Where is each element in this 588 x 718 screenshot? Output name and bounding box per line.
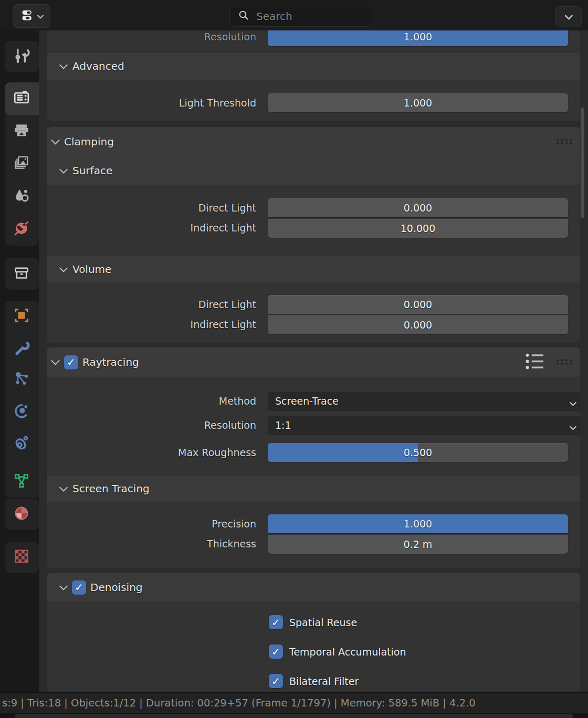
- grip-dots-icon[interactable]: [556, 357, 573, 367]
- thickness-row: Thickness 0.2 m: [47, 533, 580, 554]
- properties-tab-strip: [0, 30, 39, 692]
- grip-dots-icon[interactable]: [556, 137, 573, 147]
- volume-subpanel-header[interactable]: Volume: [47, 256, 580, 282]
- volume-direct-light-row: Direct Light 0.000: [47, 295, 580, 314]
- check-icon: ✓: [271, 617, 280, 628]
- chevron-down-icon: [59, 583, 68, 593]
- spatial-reuse-label: Spatial Reuse: [289, 617, 357, 628]
- max-roughness-slider[interactable]: 0.500: [268, 443, 568, 462]
- direct-light-label: Direct Light: [47, 202, 256, 214]
- tab-constraint-properties[interactable]: [4, 429, 39, 458]
- scene-statistics: s:9 | Tris:18 | Objects:1/12 | Duration:…: [2, 697, 476, 709]
- resolution-value: 1.000: [404, 31, 432, 43]
- object-icon: [13, 307, 30, 326]
- surface-indirect-light-field[interactable]: 10.000: [268, 219, 568, 238]
- method-row: Method Screen-Trace: [47, 392, 580, 410]
- method-dropdown[interactable]: Screen-Trace: [268, 392, 580, 410]
- raytracing-title: Raytracing: [82, 356, 139, 368]
- editor-options-button[interactable]: [555, 6, 582, 27]
- resolution-dropdown[interactable]: 1:1: [268, 416, 580, 435]
- panel-raytracing: ✓ Raytracing Method: [47, 347, 580, 568]
- panel-gap: [39, 568, 588, 573]
- raytracing-panel-header[interactable]: ✓ Raytracing: [47, 347, 580, 377]
- tab-physics-properties[interactable]: [4, 398, 39, 426]
- chevron-down-icon: [37, 11, 44, 21]
- denoising-checkbox[interactable]: ✓: [72, 580, 86, 595]
- tool-icon: [13, 47, 30, 67]
- direct-light-value: 0.000: [404, 202, 432, 214]
- denoising-panel-header[interactable]: ✓ Denoising: [47, 573, 580, 601]
- search-icon: [237, 9, 250, 24]
- search-placeholder: Search: [256, 10, 292, 23]
- denoising-body: ✓ Spatial Reuse ✓ Temporal Accumulation …: [47, 601, 580, 688]
- indirect-light-label: Indirect Light: [47, 319, 256, 330]
- bilateral-filter-row: ✓ Bilateral Filter: [269, 674, 580, 688]
- properties-editor-icon: [20, 7, 36, 25]
- list-options-icon[interactable]: [526, 353, 544, 372]
- tab-scene-properties[interactable]: [4, 183, 39, 211]
- light-threshold-label: Light Threshold: [47, 97, 256, 109]
- thickness-field[interactable]: 0.2 m: [268, 535, 568, 554]
- tab-collection-properties[interactable]: [4, 260, 39, 288]
- tab-world-properties[interactable]: [4, 215, 39, 244]
- max-roughness-value: 0.500: [404, 447, 432, 458]
- light-threshold-row: Light Threshold 1.000: [47, 93, 580, 112]
- tab-view-layer-properties[interactable]: [4, 150, 39, 178]
- method-label: Method: [47, 395, 256, 407]
- temporal-accumulation-label: Temporal Accumulation: [289, 646, 406, 658]
- raytracing-body: Method Screen-Trace Resolution 1:1: [47, 377, 580, 476]
- resolution-value: 1:1: [275, 419, 291, 431]
- tab-material-properties[interactable]: [4, 500, 39, 529]
- tab-particle-properties[interactable]: [4, 365, 39, 393]
- tab-tool[interactable]: [4, 43, 39, 71]
- clamping-panel-header[interactable]: Clamping: [47, 127, 580, 156]
- bilateral-filter-checkbox[interactable]: ✓: [269, 674, 283, 688]
- light-threshold-value: 1.000: [404, 97, 432, 109]
- chevron-down-icon: [59, 166, 68, 176]
- resolution-label: Resolution: [47, 31, 256, 43]
- check-icon: ✓: [271, 647, 280, 657]
- options-chevron-icon: [565, 12, 573, 22]
- volume-indirect-light-field[interactable]: 0.000: [268, 315, 568, 334]
- spatial-reuse-checkbox[interactable]: ✓: [269, 615, 283, 629]
- constraints-icon: [13, 434, 30, 453]
- tab-object-properties[interactable]: [4, 302, 39, 331]
- status-bar: s:9 | Tris:18 | Objects:1/12 | Duration:…: [0, 692, 588, 718]
- editor-type-button[interactable]: [13, 4, 50, 28]
- light-threshold-field[interactable]: 1.000: [268, 93, 568, 112]
- surface-body: Direct Light 0.000 Indirect Light 10.000: [47, 185, 580, 256]
- editor-header: Search: [0, 0, 588, 30]
- material-icon: [13, 504, 30, 524]
- volume-direct-light-field[interactable]: 0.000: [268, 295, 568, 314]
- screen-tracing-subpanel-header[interactable]: Screen Tracing: [47, 476, 580, 502]
- volume-indirect-light-row: Indirect Light 0.000: [47, 314, 580, 334]
- tab-texture-properties[interactable]: [4, 543, 39, 572]
- precision-slider[interactable]: 1.000: [268, 514, 568, 533]
- search-input[interactable]: Search: [229, 6, 373, 27]
- direct-light-label: Direct Light: [47, 299, 256, 310]
- raytracing-resolution-row: Resolution 1:1: [47, 416, 580, 435]
- chevron-down-icon: [59, 265, 68, 274]
- chevron-down-icon: [51, 357, 60, 367]
- chevron-down-icon: [59, 484, 68, 494]
- tab-object-data-properties[interactable]: [4, 468, 39, 496]
- temporal-accumulation-checkbox[interactable]: ✓: [269, 645, 283, 659]
- screen-tracing-title: Screen Tracing: [72, 482, 150, 495]
- tab-render-properties[interactable]: [4, 84, 39, 112]
- vertical-scrollbar[interactable]: [581, 108, 584, 218]
- particles-icon: [13, 369, 30, 389]
- panel-denoising: ✓ Denoising ✓ Spatial Reuse ✓ Temporal A…: [47, 573, 580, 692]
- tab-output-properties[interactable]: [4, 117, 39, 145]
- indirect-light-value: 0.000: [404, 319, 432, 331]
- sampling-resolution-row: Resolution 1.000: [47, 30, 580, 51]
- clamping-title: Clamping: [64, 135, 114, 148]
- panel-sampling: Resolution 1.000 Advanced Light Threshol…: [47, 30, 580, 121]
- surface-subpanel-header[interactable]: Surface: [47, 156, 580, 185]
- volume-body: Direct Light 0.000 Indirect Light 0.000: [47, 282, 580, 343]
- surface-direct-light-field[interactable]: 0.000: [268, 198, 568, 217]
- tab-modifier-properties[interactable]: [4, 335, 39, 363]
- denoising-title: Denoising: [90, 581, 143, 594]
- raytracing-checkbox[interactable]: ✓: [64, 355, 78, 369]
- resolution-slider[interactable]: 1.000: [268, 30, 568, 46]
- advanced-subpanel-header[interactable]: Advanced: [47, 52, 580, 80]
